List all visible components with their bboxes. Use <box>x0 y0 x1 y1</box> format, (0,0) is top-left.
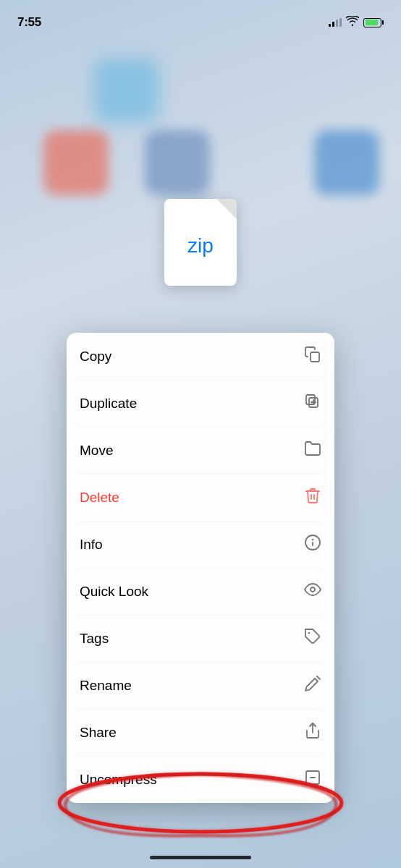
status-bar: 7:55 <box>0 0 401 36</box>
uncompress-icon <box>304 769 321 791</box>
menu-item-uncompress[interactable]: Uncompress <box>67 756 334 803</box>
tag-icon <box>304 628 321 650</box>
signal-bars-icon <box>329 18 342 27</box>
svg-point-8 <box>311 587 315 592</box>
zip-file-shape: zip <box>164 199 237 286</box>
uncompress-label: Uncompress <box>80 772 157 788</box>
pencil-icon <box>304 675 321 697</box>
menu-item-copy[interactable]: Copy <box>67 333 334 380</box>
trash-icon <box>304 487 321 509</box>
rename-label: Rename <box>80 678 132 694</box>
bg-blob-1 <box>43 130 109 195</box>
copy-label: Copy <box>80 349 111 365</box>
move-label: Move <box>80 443 113 459</box>
eye-icon <box>304 581 321 603</box>
share-icon <box>304 722 321 744</box>
menu-item-rename[interactable]: Rename <box>67 662 334 709</box>
status-icons <box>329 16 384 29</box>
battery-icon <box>363 18 384 27</box>
menu-item-quick-look[interactable]: Quick Look <box>67 568 334 615</box>
menu-item-move[interactable]: Move <box>67 427 334 474</box>
quick-look-label: Quick Look <box>80 584 148 600</box>
delete-label: Delete <box>80 490 119 506</box>
home-indicator <box>150 856 251 859</box>
folder-icon <box>304 440 321 461</box>
info-label: Info <box>80 537 103 553</box>
svg-rect-0 <box>311 352 319 362</box>
bg-blob-2 <box>145 130 210 195</box>
status-time: 7:55 <box>17 15 41 30</box>
tags-label: Tags <box>80 631 109 647</box>
share-label: Share <box>80 725 117 741</box>
duplicate-label: Duplicate <box>80 396 137 412</box>
duplicate-icon <box>304 393 321 414</box>
zip-file-icon: zip <box>164 199 237 286</box>
wifi-icon <box>346 16 359 29</box>
bg-blob-4 <box>94 58 159 123</box>
menu-item-share[interactable]: Share <box>67 709 334 756</box>
menu-item-duplicate[interactable]: Duplicate <box>67 380 334 427</box>
menu-item-delete[interactable]: Delete <box>67 474 334 521</box>
menu-item-info[interactable]: Info <box>67 521 334 568</box>
copy-icon <box>304 346 321 367</box>
info-icon <box>304 534 321 556</box>
bg-blob-3 <box>314 130 379 195</box>
menu-item-tags[interactable]: Tags <box>67 615 334 662</box>
context-menu: Copy Duplicate Move Del <box>67 333 334 803</box>
svg-line-10 <box>317 676 320 679</box>
zip-label: zip <box>187 234 214 258</box>
